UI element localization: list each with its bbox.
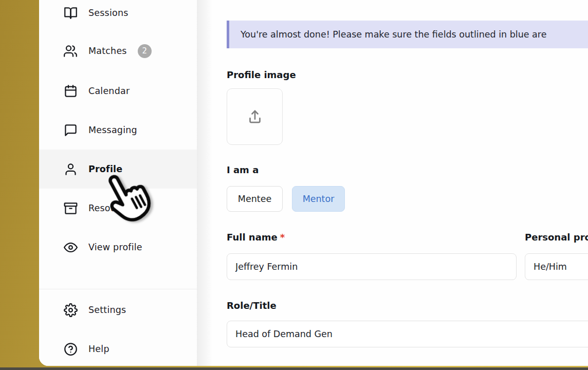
users-icon: [64, 44, 78, 58]
profile-image-upload[interactable]: [227, 88, 283, 145]
role-title-label: Role/Title: [227, 300, 277, 311]
mentee-button[interactable]: Mentee: [227, 186, 283, 212]
sidebar-item-matches[interactable]: Matches 2: [39, 31, 197, 70]
profile-image-label: Profile image: [227, 69, 296, 80]
sidebar-item-view-profile[interactable]: View profile: [39, 228, 197, 267]
sidebar-item-label: Sessions: [88, 8, 128, 18]
sidebar-item-label: Calendar: [88, 86, 130, 96]
full-name-label-text: Full name: [227, 232, 278, 243]
sidebar-item-label: Settings: [88, 305, 126, 315]
eye-icon: [64, 240, 78, 254]
sidebar-item-label: Profile: [88, 164, 122, 174]
sidebar-item-settings[interactable]: Settings: [39, 290, 197, 329]
sidebar-item-label: Messaging: [88, 125, 137, 135]
sidebar-item-label: Matches: [88, 46, 127, 56]
panel-divider-gap: [197, 0, 212, 366]
chat-bubble-icon: [64, 123, 78, 137]
user-icon: [64, 162, 78, 176]
sidebar-item-sessions[interactable]: Sessions: [39, 0, 197, 32]
full-name-label: Full name*: [227, 232, 285, 243]
bottom-frame-edge: [0, 367, 588, 370]
alert-text: You're almost done! Please make sure the…: [229, 29, 546, 40]
gear-icon: [64, 303, 78, 317]
sidebar-item-messaging[interactable]: Messaging: [39, 110, 197, 150]
book-open-icon: [64, 6, 78, 20]
pronouns-label: Personal pronouns: [525, 232, 588, 243]
sidebar-item-label: Help: [88, 344, 109, 354]
sidebar: Sessions Matches 2 Calendar Messaging Pr…: [39, 0, 197, 366]
archive-box-icon: [64, 201, 78, 215]
sidebar-divider: [39, 289, 197, 289]
matches-count-badge: 2: [138, 44, 152, 58]
app-window: Sessions Matches 2 Calendar Messaging Pr…: [39, 0, 588, 366]
sidebar-item-calendar[interactable]: Calendar: [39, 71, 197, 110]
sidebar-item-help[interactable]: Help: [39, 329, 197, 366]
completion-alert-banner: You're almost done! Please make sure the…: [227, 21, 588, 48]
pronouns-input[interactable]: [525, 253, 588, 280]
required-asterisk: *: [280, 232, 285, 243]
upload-icon: [245, 107, 265, 126]
sidebar-item-label: View profile: [88, 242, 142, 252]
full-name-input[interactable]: [227, 253, 517, 280]
profile-form-panel: You're almost done! Please make sure the…: [212, 0, 588, 366]
sidebar-item-resources[interactable]: Resources: [39, 189, 197, 228]
screen-background: Sessions Matches 2 Calendar Messaging Pr…: [0, 0, 588, 370]
mentor-button[interactable]: Mentor: [292, 186, 345, 212]
role-title-input[interactable]: [227, 321, 588, 347]
calendar-icon: [64, 84, 78, 98]
sidebar-item-label: Resources: [88, 203, 135, 213]
question-circle-icon: [64, 342, 78, 356]
sidebar-item-profile[interactable]: Profile: [39, 150, 197, 189]
i-am-a-label: I am a: [227, 164, 259, 175]
